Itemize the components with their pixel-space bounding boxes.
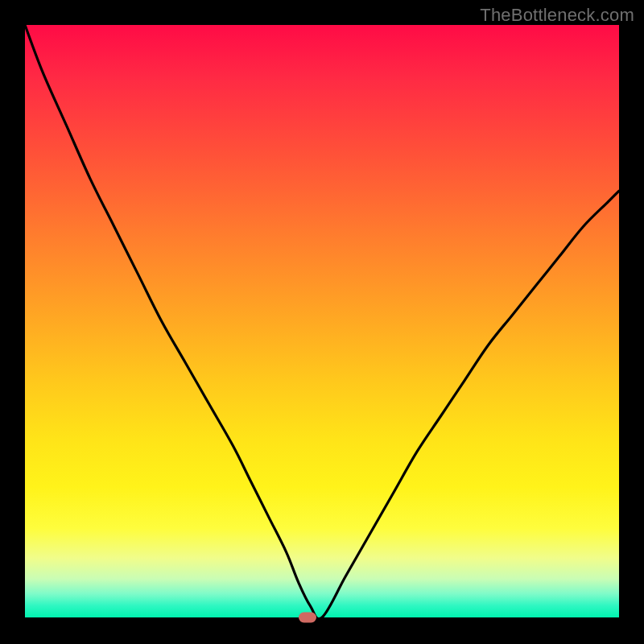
chart-frame: TheBottleneck.com (0, 0, 644, 644)
watermark-text: TheBottleneck.com (480, 5, 634, 26)
optimum-marker (299, 613, 316, 623)
bottleneck-curve (25, 25, 619, 617)
